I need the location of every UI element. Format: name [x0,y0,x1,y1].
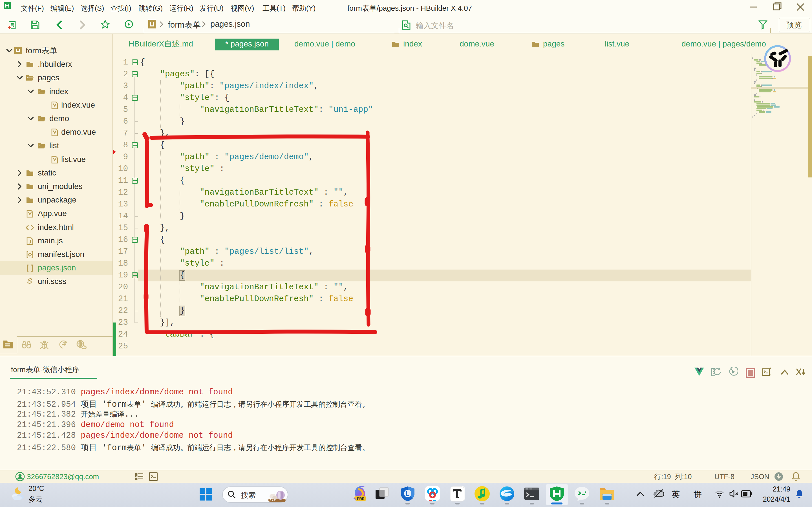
svg-text:PRE: PRE [357,497,364,501]
